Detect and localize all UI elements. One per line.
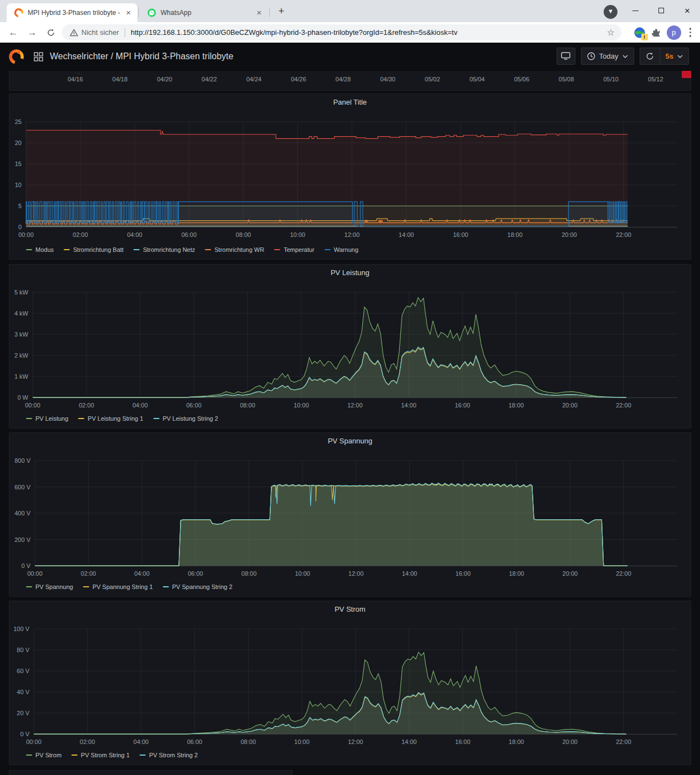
extensions-puzzle-icon[interactable]	[651, 27, 662, 38]
legend-item-temperatur[interactable]: Temperatur	[274, 246, 315, 253]
time-range-picker[interactable]: Today	[581, 48, 634, 65]
forward-button[interactable]: →	[24, 25, 40, 40]
y-axis-tick-label: 15	[15, 161, 22, 167]
y-axis-tick-label: 200 V	[14, 536, 30, 543]
legend-item-warnung[interactable]: Warnung	[325, 246, 358, 253]
y-axis-tick-label: 1 kW	[14, 373, 29, 380]
tab-close-icon[interactable]: ×	[124, 8, 133, 17]
back-button[interactable]: ←	[6, 25, 21, 40]
x-axis-tick-label: 20:00	[563, 570, 578, 577]
media-controls-button[interactable]: ▼	[604, 5, 617, 19]
site-security-indicator[interactable]: Nicht sicher	[62, 28, 125, 37]
y-axis-tick-label: 0 V	[20, 731, 29, 737]
legend-label: PV Strom	[35, 752, 61, 758]
legend-item-pv-spannung-string-1[interactable]: PV Spannung String 1	[83, 583, 153, 590]
refresh-picker: 5s	[640, 48, 689, 65]
x-axis-tick-label: 18:00	[509, 738, 524, 745]
date-tick-label: 04/24	[246, 76, 262, 82]
url-text[interactable]: http://192.168.1.150:3000/d/G0BeCZWgk/mp…	[131, 28, 600, 37]
x-axis-tick-label: 00:00	[27, 570, 43, 577]
url-bar[interactable]: Nicht sicher http://192.168.1.150:3000/d…	[62, 24, 621, 40]
x-axis-tick-label: 18:00	[509, 570, 524, 577]
extension-globe-icon[interactable]: !	[634, 27, 646, 39]
time-series-chart[interactable]: 051015202500:0002:0004:0006:0008:0010:00…	[9, 94, 691, 259]
x-axis-tick-label: 22:00	[616, 231, 631, 238]
date-tick-label: 05/10	[603, 76, 619, 82]
refresh-button[interactable]	[640, 52, 660, 60]
legend-item-pv-leistung[interactable]: PV Leistung	[26, 415, 68, 422]
chart-legend: ModusStromrichtung BattStromrichtung Net…	[26, 246, 358, 253]
whatsapp-favicon-icon	[147, 8, 156, 17]
grafana-navbar: Wechselrichter / MPI Hybrid 3-Phasen tri…	[0, 43, 700, 70]
x-axis-tick-label: 22:00	[616, 402, 631, 409]
legend-item-stromrichtung-batt[interactable]: Stromrichtung Batt	[64, 246, 123, 253]
date-tick-label: 04/18	[112, 76, 128, 82]
x-axis-tick-label: 06:00	[186, 402, 202, 409]
date-tick-label: 05/06	[514, 76, 529, 82]
panel-modus-temperatur: Panel Title 051015202500:0002:0004:0006:…	[9, 94, 691, 260]
profile-avatar[interactable]: p	[667, 25, 681, 40]
partial-panel-below	[9, 770, 292, 775]
x-axis-tick-label: 00:00	[18, 231, 34, 238]
refresh-interval-dropdown[interactable]: 5s	[660, 52, 688, 60]
legend-item-pv-strom[interactable]: PV Strom	[26, 752, 61, 758]
x-axis-tick-label: 22:00	[616, 738, 631, 745]
tab-whatsapp[interactable]: WhatsApp ×	[140, 3, 268, 22]
security-label: Nicht sicher	[81, 28, 119, 37]
legend-swatch	[163, 586, 169, 587]
tab-grafana[interactable]: MPI Hybrid 3-Phasen trilobyte - C ×	[7, 3, 137, 22]
panel-pv-strom: PV Strom 0 V20 V40 V60 V80 V100 V00:0002…	[9, 601, 691, 765]
legend-item-stromrichtung-wr[interactable]: Stromrichtung WR	[205, 246, 264, 253]
time-series-chart[interactable]: 0 W1 kW2 kW3 kW4 kW5 kW00:0002:0004:0006…	[9, 265, 691, 428]
legend-swatch	[133, 249, 140, 250]
y-axis-tick-label: 800 V	[14, 457, 30, 464]
tab-close-icon[interactable]: ×	[255, 8, 264, 17]
browser-toolbar: ← → Nicht sicher http://192.168.1.150:30…	[0, 22, 700, 43]
legend-item-pv-spannung-string-2[interactable]: PV Spannung String 2	[163, 583, 233, 590]
legend-item-pv-leistung-string-2[interactable]: PV Leistung String 2	[153, 415, 218, 422]
reload-button[interactable]	[43, 25, 59, 40]
legend-item-pv-strom-string-2[interactable]: PV Strom String 2	[140, 752, 198, 758]
legend-item-stromrichtung-netz[interactable]: Stromrichtung Netz	[133, 246, 195, 253]
time-series-chart[interactable]: 0 V20 V40 V60 V80 V100 V00:0002:0004:000…	[9, 601, 691, 764]
chart-legend: PV StromPV Strom String 1PV Strom String…	[26, 752, 198, 758]
monitor-icon	[561, 52, 570, 60]
refresh-icon	[646, 52, 654, 60]
date-tick-label: 04/30	[380, 76, 395, 82]
y-axis-tick-label: 60 V	[17, 668, 29, 674]
tab-divider	[138, 7, 139, 17]
legend-item-pv-strom-string-1[interactable]: PV Strom String 1	[71, 752, 130, 758]
panel-pv-leistung: PV Leistung 0 W1 kW2 kW3 kW4 kW5 kW00:00…	[9, 264, 691, 428]
navbar-actions: Today 5s	[557, 48, 689, 65]
bookmark-star-icon[interactable]: ☆	[600, 27, 621, 38]
legend-item-modus[interactable]: Modus	[26, 246, 54, 253]
x-axis-tick-label: 08:00	[236, 231, 251, 238]
window-close-button[interactable]: ×	[675, 0, 700, 21]
y-axis-tick-label: 100 V	[13, 626, 29, 632]
legend-swatch	[140, 755, 146, 756]
legend-label: PV Spannung String 2	[172, 583, 233, 590]
x-axis-tick-label: 10:00	[294, 738, 310, 745]
dashboard-grid-icon[interactable]	[34, 52, 43, 61]
x-axis-tick-label: 06:00	[188, 570, 203, 577]
legend-label: Stromrichtung Netz	[143, 246, 195, 253]
legend-item-pv-leistung-string-1[interactable]: PV Leistung String 1	[78, 415, 143, 422]
x-axis-tick-label: 22:00	[616, 570, 631, 577]
x-axis-tick-label: 14:00	[402, 570, 418, 577]
browser-menu-button[interactable]	[686, 25, 695, 39]
tv-kiosk-button[interactable]	[557, 48, 575, 65]
legend-label: PV Leistung	[35, 415, 68, 422]
grafana-logo-icon[interactable]	[9, 49, 24, 64]
legend-item-pv-spannung[interactable]: PV Spannung	[26, 583, 73, 590]
x-axis-tick-label: 04:00	[132, 402, 148, 409]
new-tab-button[interactable]: +	[275, 5, 288, 18]
dashboard-scroll-area[interactable]: ·‥ 04/1604/1804/2004/2204/2404/2604/2804…	[0, 70, 700, 775]
legend-swatch	[26, 249, 32, 250]
legend-label: PV Spannung	[35, 583, 73, 590]
window-minimize-button[interactable]	[622, 0, 648, 21]
x-axis-tick-label: 10:00	[294, 402, 309, 409]
x-axis-tick-label: 04:00	[127, 231, 142, 238]
window-maximize-button[interactable]	[648, 0, 674, 21]
x-axis-tick-label: 06:00	[182, 231, 197, 238]
time-series-chart[interactable]: 0 V200 V400 V600 V800 V00:0002:0004:0006…	[9, 433, 691, 596]
